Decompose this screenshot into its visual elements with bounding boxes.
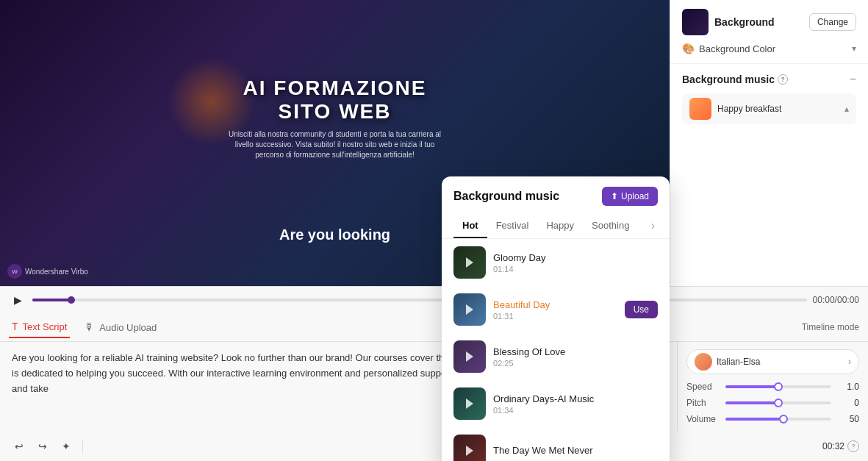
speed-thumb — [774, 382, 783, 391]
tab-audio-upload[interactable]: 🎙 Audio Upload — [82, 317, 159, 337]
music-duration-gloomy: 01:14 — [493, 265, 658, 274]
bg-color-label: Background Color — [699, 43, 847, 54]
bg-music-title: Background music ? — [682, 74, 788, 85]
redo-button[interactable]: ↪ — [32, 436, 53, 457]
video-overlay: AI FORMAZIONE SITO WEB Unisciti alla nos… — [225, 76, 445, 160]
background-thumbnail — [682, 9, 709, 35]
play-button[interactable]: ▶ — [9, 291, 26, 309]
volume-thumb — [779, 415, 788, 424]
background-row: Background Change — [682, 9, 856, 35]
pitch-control-row: Pitch 0 — [686, 398, 859, 408]
timeline-bar: ▶ 00:00/00:00 — [0, 287, 868, 313]
progress-fill — [32, 299, 71, 301]
collapse-music-icon[interactable]: − — [850, 73, 856, 86]
popup-title: Background music — [453, 190, 559, 203]
speed-slider[interactable] — [725, 385, 831, 388]
play-overlay — [453, 246, 486, 279]
play-triangle-icon — [466, 257, 473, 268]
editor-content: Are you looking for a reliable AI traini… — [0, 342, 868, 432]
volume-slider[interactable] — [725, 418, 831, 421]
background-color-row[interactable]: 🎨 Background Color ▾ — [682, 43, 856, 54]
time-code: 00:32 ? — [822, 440, 859, 452]
editor-tabs: T Text Script 🎙 Audio Upload Timeline mo… — [0, 313, 868, 342]
help-circle-icon[interactable]: ? — [847, 440, 859, 452]
volume-label: Volume — [686, 414, 720, 424]
time-display: 00:00/00:00 — [813, 295, 859, 305]
brand-logo: W Wondershare Virbo — [7, 264, 88, 279]
speed-control-row: Speed 1.0 — [686, 382, 859, 392]
voice-controls: Speed 1.0 Pitch 0 Volume — [686, 382, 859, 424]
selected-music-name: Happy breakfast — [717, 104, 839, 114]
volume-fill — [725, 418, 783, 421]
tab-text-script[interactable]: T Text Script — [9, 316, 70, 338]
pitch-label: Pitch — [686, 398, 720, 408]
volume-control-row: Volume 50 — [686, 414, 859, 424]
progress-thumb — [68, 296, 75, 304]
undo-button[interactable]: ↩ — [9, 436, 29, 457]
video-subtitle: Unisciti alla nostra community di studen… — [225, 129, 445, 160]
bottom-area: ▶ 00:00/00:00 T Text Script 🎙 Audio Uplo… — [0, 286, 868, 461]
paint-icon: 🎨 — [682, 43, 695, 54]
selected-music-item[interactable]: Happy breakfast ▴ — [682, 93, 856, 124]
music-name-gloomy: Gloomy Day — [493, 252, 658, 263]
timeline-mode-label: Timeline mode — [802, 322, 859, 332]
speed-fill — [725, 385, 778, 388]
music-art-gloomy — [453, 246, 486, 279]
voice-panel: Italian-Elsa › Speed 1.0 Pitch — [677, 342, 868, 432]
tabs-more-icon[interactable]: › — [648, 213, 658, 238]
pitch-slider[interactable] — [725, 401, 831, 404]
speed-label: Speed — [686, 382, 720, 392]
video-looking-text: Are you looking — [279, 226, 390, 243]
background-section: Background Change 🎨 Background Color ▾ — [670, 0, 868, 64]
music-list: Gloomy Day 01:14 Beautiful Day 01:31 Use — [442, 239, 670, 286]
brand-name: Wondershare Virbo — [25, 268, 88, 276]
tab-happy[interactable]: Happy — [537, 214, 583, 238]
music-popup: Background music ⬆ Upload Hot Festival H… — [442, 176, 670, 286]
magic-button[interactable]: ✦ — [56, 436, 76, 457]
pitch-fill — [725, 401, 778, 404]
upload-button[interactable]: ⬆ Upload — [602, 187, 658, 206]
progress-track[interactable] — [32, 299, 807, 301]
chevron-down-icon: ▾ — [852, 43, 856, 54]
right-panel: Background Change 🎨 Background Color ▾ B… — [670, 0, 868, 286]
voice-avatar — [695, 353, 712, 371]
text-script-icon: T — [12, 321, 18, 332]
music-info: Gloomy Day 01:14 — [493, 252, 658, 274]
background-label: Background — [714, 16, 803, 28]
list-item[interactable]: Gloomy Day 01:14 — [442, 239, 670, 286]
tab-festival[interactable]: Festival — [487, 214, 538, 238]
video-title-line2: SITO WEB — [225, 99, 445, 123]
divider — [82, 439, 83, 454]
pitch-value: 0 — [837, 398, 859, 408]
chevron-up-icon: ▴ — [844, 104, 849, 114]
microphone-icon: 🎙 — [85, 321, 95, 333]
tool-buttons: ↩ ↪ ✦ 00:32 ? — [0, 432, 868, 461]
logo-icon: W — [7, 264, 22, 279]
music-tabs: Hot Festival Happy Soothing › — [442, 213, 670, 239]
help-icon[interactable]: ? — [778, 74, 788, 85]
popup-header: Background music ⬆ Upload — [442, 176, 670, 213]
upload-icon: ⬆ — [611, 191, 618, 201]
bg-music-header: Background music ? − — [682, 73, 856, 86]
tab-soothing[interactable]: Soothing — [583, 214, 638, 238]
speed-value: 1.0 — [837, 382, 859, 392]
video-title-line1: AI FORMAZIONE — [225, 76, 445, 99]
voice-chevron-icon: › — [848, 357, 851, 367]
tab-hot[interactable]: Hot — [453, 214, 487, 238]
voice-name: Italian-Elsa — [717, 357, 844, 367]
bg-music-section: Background music ? − Happy breakfast ▴ — [670, 64, 868, 133]
change-background-button[interactable]: Change — [809, 13, 856, 31]
voice-selector[interactable]: Italian-Elsa › — [686, 349, 859, 374]
music-thumbnail — [689, 98, 711, 120]
volume-value: 50 — [837, 414, 859, 424]
pitch-thumb — [774, 399, 783, 407]
